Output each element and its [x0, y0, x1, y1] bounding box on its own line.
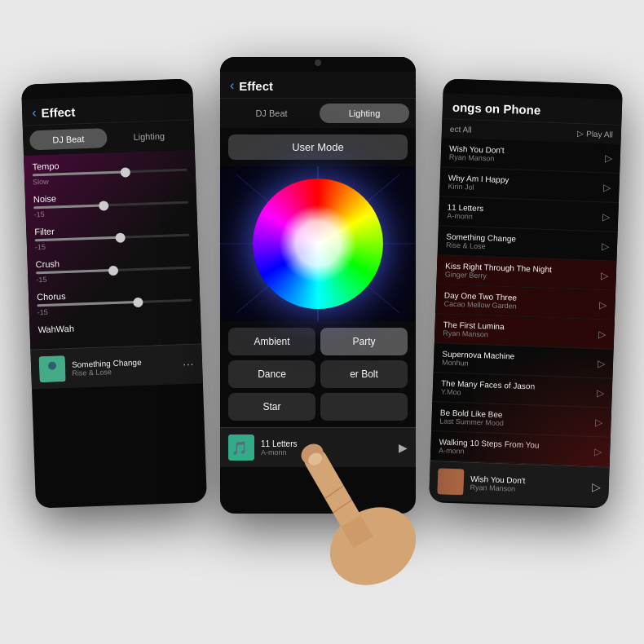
play-btn[interactable]: ▷: [594, 446, 602, 457]
svg-rect-13: [437, 468, 464, 495]
back-arrow-left[interactable]: ‹: [32, 105, 37, 120]
playing-info-left: Something Change Rise & Lose: [72, 356, 177, 377]
right-title: ongs on Phone: [452, 100, 541, 117]
song-info: Why Am I Happy Kirin Jol: [448, 174, 599, 196]
song-info: 11 Letters A-monn: [447, 203, 598, 225]
now-playing-left: Something Change Rise & Lose ⋯: [30, 343, 203, 389]
play-all[interactable]: ▷ Play All: [577, 129, 613, 139]
song-item[interactable]: Walking 10 Steps From You A-monn ▷: [430, 431, 611, 467]
tab-lighting-center[interactable]: Lighting: [320, 104, 409, 123]
left-content: Tempo Slow Noise -15 Filter: [24, 149, 201, 349]
song-info: The Many Faces of Jason Y.Moo: [441, 378, 593, 400]
song-info: Supernova Machine Monhun: [442, 349, 593, 371]
user-mode-container: User Mode: [220, 128, 416, 166]
center-title: Effect: [239, 79, 273, 93]
play-all-label: Play All: [586, 129, 613, 139]
play-btn[interactable]: ▷: [597, 387, 604, 399]
playing-info-right: Wish You Don't Ryan Manson: [470, 474, 586, 495]
left-phone: ‹ Effect DJ Beat Lighting Tempo Slow Noi…: [21, 78, 207, 508]
slider-noise: Noise -15: [33, 189, 189, 219]
center-tab-bar: DJ Beat Lighting: [220, 99, 416, 128]
svg-text:🎵: 🎵: [232, 440, 248, 456]
user-mode-button[interactable]: User Mode: [228, 135, 408, 160]
options-icon-left[interactable]: ⋯: [183, 358, 195, 371]
play-btn[interactable]: ▷: [595, 417, 602, 428]
slider-wahwah: WahWah: [37, 320, 192, 335]
slider-crush: Crush -15: [35, 254, 191, 285]
btn-ambient[interactable]: Ambient: [228, 328, 315, 355]
slider-chorus: Chorus -15: [37, 287, 192, 317]
song-info: Walking 10 Steps From You A-monn: [439, 437, 590, 459]
scene: ‹ Effect DJ Beat Lighting Tempo Slow Noi…: [0, 0, 644, 644]
btn-party[interactable]: Party: [320, 328, 408, 355]
tab-lighting-left[interactable]: Lighting: [110, 126, 188, 148]
album-art-center: 🎵: [228, 434, 254, 461]
play-btn[interactable]: ▷: [599, 299, 607, 311]
select-all[interactable]: ect All: [450, 125, 472, 135]
song-info: Be Bold Like Bee Last Summer Mood: [439, 408, 591, 430]
play-icon: ▷: [577, 129, 584, 138]
song-info: Kiss Right Through The Night Ginger Berr…: [445, 262, 597, 284]
play-btn[interactable]: ▷: [598, 329, 606, 340]
album-art-right: [437, 468, 464, 495]
btn-lightning-bolt[interactable]: er Bolt: [320, 360, 408, 388]
song-info: The First Lumina Ryan Manson: [443, 320, 594, 342]
hand-svg: [253, 391, 432, 595]
song-info: Something Change Rise & Lose: [446, 232, 598, 254]
left-title: Effect: [41, 104, 75, 119]
camera-dot: [315, 60, 321, 66]
tab-dj-beat-left[interactable]: DJ Beat: [29, 128, 108, 150]
song-info: Wish You Don't Ryan Manson: [449, 144, 601, 166]
play-btn[interactable]: ▷: [602, 240, 609, 252]
song-list: Wish You Don't Ryan Manson ▷ Why Am I Ha…: [430, 138, 621, 466]
song-info: Day One Two Three Cacao Mellow Garden: [443, 291, 595, 313]
color-wheel[interactable]: [253, 179, 383, 309]
play-icon-right[interactable]: ▷: [592, 480, 602, 493]
tab-dj-beat-center[interactable]: DJ Beat: [227, 104, 316, 123]
play-btn[interactable]: ▷: [605, 152, 612, 164]
slider-filter: Filter -15: [34, 222, 190, 252]
right-phone: ongs on Phone ect All ▷ Play All Wish Yo…: [429, 78, 623, 508]
status-bar-center: [220, 57, 416, 72]
play-btn[interactable]: ▷: [598, 358, 605, 369]
color-wheel-container: [220, 166, 416, 321]
slider-tempo: Tempo Slow: [32, 157, 187, 187]
hand-container: [253, 391, 432, 595]
play-btn[interactable]: ▷: [603, 182, 611, 193]
play-btn[interactable]: ▷: [601, 270, 608, 281]
album-art-left: [39, 355, 66, 382]
back-arrow-center[interactable]: ‹: [230, 78, 234, 93]
center-header: ‹ Effect: [220, 72, 416, 99]
label-wahwah: WahWah: [37, 320, 192, 335]
btn-dance[interactable]: Dance: [228, 360, 315, 388]
now-playing-right: Wish You Don't Ryan Manson ▷: [429, 461, 610, 507]
play-btn[interactable]: ▷: [602, 211, 610, 223]
